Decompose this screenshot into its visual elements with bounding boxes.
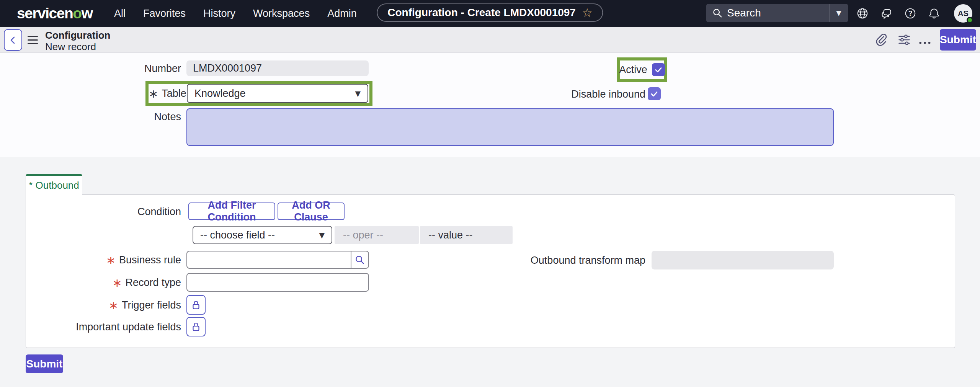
app-header: servicenow All Favorites History Workspa… [0,0,980,27]
business-rule-value [187,251,351,268]
required-icon: ∗ [106,253,116,267]
highlight-box-active: Active [617,57,667,82]
nav-workspaces[interactable]: Workspaces [253,8,310,20]
table-label: Table [162,88,186,99]
notes-label: Notes [0,110,181,123]
back-chevron-icon [7,34,19,46]
avatar[interactable]: AS [954,4,972,23]
nav-history[interactable]: History [203,8,235,20]
highlight-box-table: ∗Table Knowledge ▼ [145,81,372,106]
caret-down-icon: ▼ [355,89,361,98]
menu-icon[interactable] [28,36,38,44]
notes-textarea[interactable] [186,108,834,146]
logo-accent-o: o [73,5,81,22]
table-label-wrap: ∗Table [149,87,187,100]
record-subtitle: New record [45,41,110,52]
lock-icon [190,299,202,311]
search-icon [712,7,723,19]
nav-favorites[interactable]: Favorites [143,8,186,20]
help-icon[interactable]: ? [903,7,917,20]
condition-field-select[interactable]: -- choose field -- ▼ [193,226,332,244]
search-placeholder: Search [727,7,829,19]
outbound-transform-map-field [652,251,834,269]
table-select[interactable]: Knowledge ▼ [187,84,368,103]
condition-oper-placeholder: -- oper -- [335,226,419,244]
record-title: Configuration [45,29,110,41]
lock-icon [190,321,202,333]
active-label: Active [619,64,647,76]
chat-icon[interactable] [880,7,893,20]
context-pill-label: Configuration - Create LMDX0001097 [387,7,576,19]
avatar-initials: AS [958,9,969,18]
table-select-value: Knowledge [194,88,246,100]
nav-admin[interactable]: Admin [327,8,357,20]
servicenow-logo[interactable]: servicenow [17,0,92,27]
notifications-icon[interactable] [927,7,941,20]
svg-text:?: ? [908,10,912,17]
nav-all[interactable]: All [114,8,126,20]
submit-button[interactable]: Submit [940,29,976,51]
reference-lookup-button[interactable] [351,251,368,268]
tab-outbound[interactable]: * Outbound [26,174,82,195]
globe-icon[interactable] [856,7,869,20]
submit-button-bottom[interactable]: Submit [26,354,63,373]
logo-text: servicen [17,5,73,22]
trigger-fields-label: ∗Trigger fields [0,299,181,312]
caret-down-icon: ▼ [319,231,325,239]
business-rule-label: ∗Business rule [0,253,181,267]
outbound-transform-map-label: Outbound transform map [454,254,645,267]
condition-label: Condition [0,205,181,218]
check-icon [650,89,659,98]
logo-text: w [82,5,93,22]
add-filter-condition-button[interactable]: Add Filter Condition [188,202,275,220]
check-icon [654,65,663,74]
add-or-clause-button[interactable]: Add OR Clause [278,202,345,220]
record-title-block: Configuration New record [45,29,110,52]
trigger-fields-lock-button[interactable] [186,295,206,315]
required-icon: ∗ [149,87,158,100]
disable-inbound-checkbox[interactable] [648,87,661,100]
condition-value-placeholder: -- value -- [420,226,513,244]
search-icon [354,254,366,266]
form-header-section: Number LMDX0001097 Active ∗Table Knowled… [0,53,980,157]
important-update-fields-lock-button[interactable] [186,317,206,336]
active-checkbox[interactable] [652,63,665,76]
disable-inbound-label: Disable inbound [492,88,645,101]
record-type-input[interactable] [186,273,369,292]
number-field[interactable]: LMDX0001097 [186,60,369,76]
record-toolbar [0,27,980,53]
main-nav: All Favorites History Workspaces Admin [114,0,357,27]
personalize-icon[interactable] [897,33,911,47]
important-update-fields-label: Important update fields [0,320,181,333]
number-label: Number [0,62,181,75]
more-icon[interactable] [918,36,932,50]
context-pill[interactable]: Configuration - Create LMDX0001097 ☆ [377,3,603,22]
favorite-star-icon[interactable]: ☆ [582,7,593,19]
presence-dot [967,17,973,23]
global-search[interactable]: Search ▼ [706,4,848,22]
back-button[interactable] [4,29,22,51]
business-rule-input[interactable] [186,251,369,269]
required-icon: ∗ [109,299,118,312]
search-scope-caret-icon[interactable]: ▼ [830,9,848,17]
attachment-icon[interactable] [874,33,888,47]
required-icon: ∗ [112,276,122,289]
record-type-label: ∗Record type [0,276,181,289]
condition-field-value: -- choose field -- [200,229,275,241]
